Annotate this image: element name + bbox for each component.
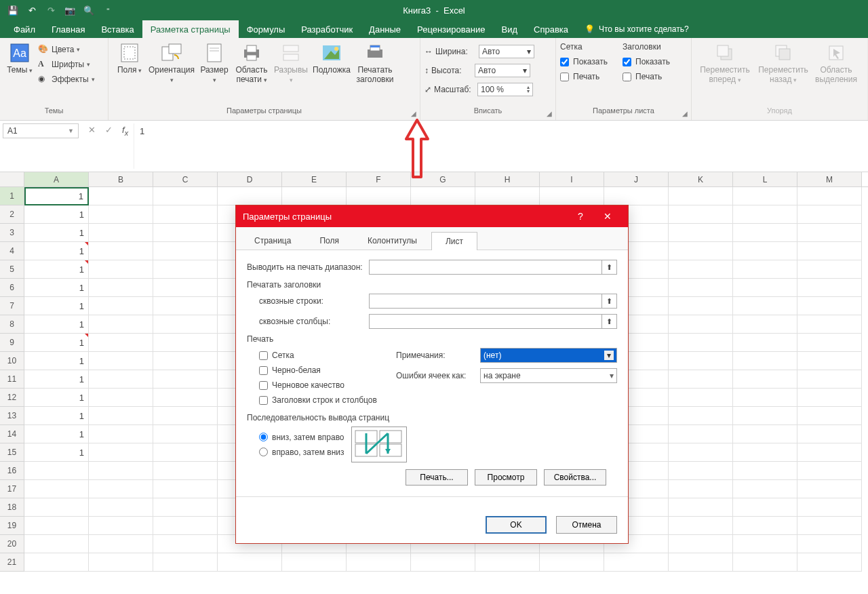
cell[interactable] (733, 517, 797, 535)
cell[interactable] (153, 443, 218, 462)
row-header[interactable]: 12 (0, 389, 24, 407)
cell[interactable] (797, 315, 862, 334)
cell[interactable]: 1 (24, 334, 89, 352)
cell[interactable] (24, 480, 89, 498)
headings-view-checkbox[interactable]: Показать (623, 54, 685, 69)
cell[interactable] (89, 498, 153, 517)
cols-repeat-input[interactable]: ⬆ (369, 314, 617, 329)
cell[interactable] (669, 389, 733, 407)
cell[interactable] (24, 517, 89, 535)
range-picker-icon[interactable]: ⬆ (601, 294, 616, 308)
cell[interactable] (733, 498, 797, 517)
bw-checkbox[interactable]: Черно-белая (259, 363, 396, 378)
cell[interactable] (89, 187, 153, 205)
cell[interactable] (153, 187, 218, 205)
cell[interactable] (669, 260, 733, 279)
cell[interactable] (797, 260, 862, 279)
cell[interactable] (475, 187, 540, 205)
name-box[interactable]: A1▼ (3, 123, 79, 138)
cell[interactable] (347, 553, 411, 572)
tab-developer[interactable]: Разработчик (293, 20, 361, 38)
row-header[interactable]: 11 (0, 370, 24, 389)
tab-header-footer[interactable]: Колонтитулы (353, 231, 431, 250)
cell[interactable]: 1 (24, 224, 89, 242)
column-header[interactable]: D (218, 172, 282, 186)
cell[interactable] (89, 315, 153, 334)
cell[interactable] (733, 462, 797, 480)
cell[interactable] (153, 389, 218, 407)
cell[interactable] (89, 370, 153, 389)
cell[interactable] (733, 370, 797, 389)
row-header[interactable]: 6 (0, 279, 24, 297)
cell[interactable] (153, 260, 218, 279)
effects-button[interactable]: ◉Эффекты (35, 72, 98, 87)
height-input[interactable]: Авто▾ (475, 64, 530, 77)
cell[interactable] (153, 315, 218, 334)
cell[interactable]: 1 (24, 260, 89, 279)
cell[interactable] (89, 443, 153, 462)
cell[interactable] (797, 517, 862, 535)
cell[interactable] (89, 480, 153, 498)
print-titles-button[interactable]: Печатать заголовки (353, 41, 397, 86)
draft-checkbox[interactable]: Черновое качество (259, 378, 396, 393)
cell[interactable]: 1 (24, 315, 89, 334)
ok-button[interactable]: OK (486, 516, 547, 534)
cell[interactable] (89, 279, 153, 297)
row-header[interactable]: 16 (0, 462, 24, 480)
cell[interactable]: 1 (24, 297, 89, 315)
cell[interactable] (797, 389, 862, 407)
cell[interactable] (89, 462, 153, 480)
cell[interactable] (89, 242, 153, 260)
cell[interactable] (153, 480, 218, 498)
cell[interactable] (797, 279, 862, 297)
qat-customize-icon[interactable]: ⁼ (102, 4, 114, 16)
cell[interactable] (733, 260, 797, 279)
cell[interactable]: 1 (24, 242, 89, 260)
tab-view[interactable]: Вид (493, 20, 526, 38)
tell-me[interactable]: 💡 Что вы хотите сделать? (576, 20, 697, 38)
cell[interactable] (797, 553, 862, 572)
cell[interactable] (89, 517, 153, 535)
column-header[interactable]: B (89, 172, 153, 186)
cell[interactable] (604, 553, 669, 572)
cell[interactable] (411, 187, 475, 205)
cell[interactable] (669, 462, 733, 480)
rows-repeat-input[interactable]: ⬆ (369, 294, 617, 309)
cell[interactable] (733, 242, 797, 260)
row-header[interactable]: 7 (0, 297, 24, 315)
cell[interactable] (411, 553, 475, 572)
cell[interactable] (797, 352, 862, 370)
print-range-input[interactable]: ⬆ (369, 260, 617, 275)
column-header[interactable]: M (797, 172, 862, 186)
cell[interactable] (89, 297, 153, 315)
tab-file[interactable]: Файл (5, 20, 43, 38)
cell[interactable] (669, 242, 733, 260)
cell[interactable] (733, 553, 797, 572)
cell[interactable] (89, 352, 153, 370)
cell[interactable]: 1 (24, 187, 89, 205)
cell[interactable] (669, 425, 733, 443)
cell[interactable] (669, 297, 733, 315)
cell[interactable] (24, 553, 89, 572)
cell[interactable] (733, 389, 797, 407)
order-over-radio[interactable]: вправо, затем вниз (259, 445, 344, 460)
cell[interactable]: 1 (24, 205, 89, 224)
cell[interactable] (733, 315, 797, 334)
cell[interactable] (153, 242, 218, 260)
cell[interactable] (89, 425, 153, 443)
column-header[interactable]: C (153, 172, 218, 186)
redo-icon[interactable]: ↷ (45, 4, 57, 16)
cell[interactable] (24, 498, 89, 517)
column-header[interactable]: L (733, 172, 797, 186)
cell[interactable] (733, 352, 797, 370)
cell[interactable] (153, 462, 218, 480)
row-header[interactable]: 5 (0, 260, 24, 279)
themes-button[interactable]: Aa Темы (4, 41, 35, 77)
tab-page[interactable]: Страница (240, 231, 305, 250)
rowcolheadings-checkbox[interactable]: Заголовки строк и столбцов (259, 393, 396, 408)
width-input[interactable]: Авто▾ (479, 45, 534, 58)
headings-print-checkbox[interactable]: Печать (623, 69, 685, 84)
row-header[interactable]: 13 (0, 407, 24, 425)
camera-icon[interactable]: 📷 (64, 4, 76, 16)
cell[interactable] (89, 224, 153, 242)
